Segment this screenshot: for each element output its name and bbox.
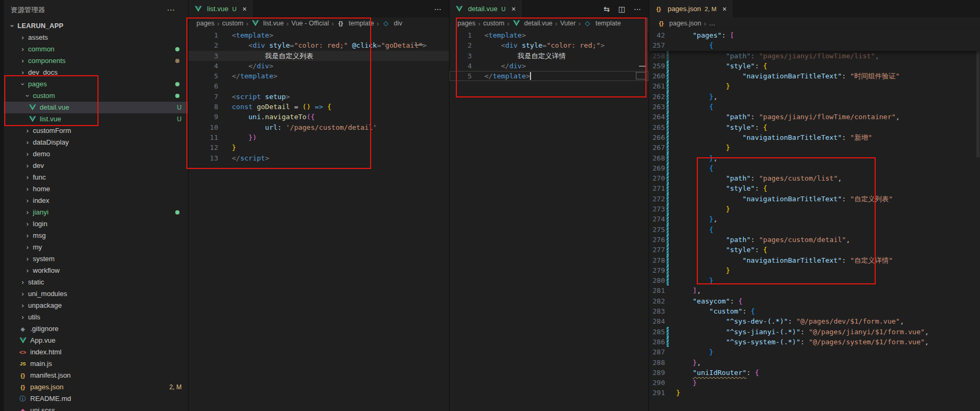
tree-item-func[interactable]: ›func: [4, 172, 188, 183]
breadcrumb-item-pages.json[interactable]: {}pages.json: [657, 20, 701, 27]
code-line-279[interactable]: 279}: [649, 265, 980, 275]
code-line-286[interactable]: 286"^sys-system-(.*)": "@/pages/system/$…: [649, 337, 980, 347]
code-line-5[interactable]: 5</template>: [188, 71, 449, 81]
code-line-267[interactable]: 267}: [649, 142, 980, 153]
tree-item-dev[interactable]: ›dev: [4, 160, 188, 172]
code-line-284[interactable]: 284"^sys-dev-(.*)": "@/pages/dev/$1/form…: [649, 316, 980, 326]
tree-root[interactable]: › LEARUN_APP: [4, 20, 188, 32]
tree-item-index[interactable]: ›index: [4, 195, 188, 207]
tree-item-workflow[interactable]: ›workflow: [4, 265, 188, 276]
tree-item-common[interactable]: ›common: [4, 43, 188, 55]
tree-item-dev_docs[interactable]: ›dev_docs: [4, 67, 188, 78]
tree-item-components[interactable]: ›components: [4, 55, 188, 67]
explorer-more-actions-icon[interactable]: ⋯: [167, 0, 175, 20]
code-line-282[interactable]: 282"easycom": {: [649, 296, 980, 306]
code-line-13[interactable]: 13</script>: [188, 153, 449, 163]
breadcrumb-item-list.vue[interactable]: list.vue: [251, 20, 284, 27]
tree-item-uni.scss[interactable]: ◆uni.scss: [4, 405, 188, 411]
code-line-12[interactable]: 12}: [188, 142, 449, 153]
tree-item-list.vue[interactable]: list.vueU: [4, 113, 188, 125]
code-line-266[interactable]: 266"navigationBarTitleText": "新增": [649, 132, 980, 142]
code-line-272[interactable]: 272"navigationBarTitleText": "自定义列表": [649, 194, 980, 204]
tree-item-login[interactable]: ›login: [4, 218, 188, 230]
tree-item-assets[interactable]: ›assets: [4, 32, 188, 43]
code-line-260[interactable]: 260"navigationBarTitleText": "时间组件验证": [649, 71, 980, 81]
code-line-9[interactable]: 9uni.navigateTo({: [188, 112, 449, 122]
breadcrumb-item-VueOfficial[interactable]: Vue - Official: [291, 20, 329, 27]
breadcrumb-item-[interactable]: …: [709, 20, 716, 27]
code-line-269[interactable]: 269{: [649, 163, 980, 173]
code-line-262[interactable]: 262},: [649, 92, 980, 102]
code-line-268[interactable]: 268},: [649, 153, 980, 163]
code-line-271[interactable]: 271"style": {: [649, 183, 980, 193]
code-editor-detail-vue[interactable]: 1<template>2<div style="color: red;">3我是…: [449, 29, 649, 81]
scrollbar[interactable]: [645, 17, 648, 81]
tree-item-App.vue[interactable]: App.vue: [4, 335, 188, 346]
code-line-285[interactable]: 285"^sys-jianyi-(.*)": "@/pages/jianyi/$…: [649, 327, 980, 337]
code-line-5[interactable]: 5</template>: [449, 71, 649, 81]
code-line-259[interactable]: 259"style": {: [649, 61, 980, 71]
code-line-280[interactable]: 280}: [649, 275, 980, 285]
tree-item-.gitignore[interactable]: ◆.gitignore: [4, 323, 188, 335]
tree-item-unpackage[interactable]: ›unpackage: [4, 300, 188, 311]
tree-item-main.js[interactable]: JSmain.js: [4, 358, 188, 370]
tree-item-msg[interactable]: ›msg: [4, 230, 188, 242]
code-line-273[interactable]: 273}: [649, 204, 980, 214]
split-icon[interactable]: ◫: [618, 5, 625, 13]
code-line-275[interactable]: 275{: [649, 225, 980, 235]
code-line-277[interactable]: 277"style": {: [649, 245, 980, 255]
code-line-8[interactable]: 8const goDetail = () => {: [188, 102, 449, 112]
compare-icon[interactable]: ⇆: [604, 5, 610, 13]
close-icon[interactable]: ×: [511, 5, 516, 13]
tree-item-pages[interactable]: ›pages: [4, 78, 188, 90]
tab-detail.vue[interactable]: detail.vueU×: [449, 0, 522, 17]
tree-item-jianyi[interactable]: ›jianyi: [4, 207, 188, 218]
tree-item-index.html[interactable]: <>index.html: [4, 346, 188, 358]
code-line-3[interactable]: 3我是自定义列表: [188, 51, 449, 61]
tree-item-customForm[interactable]: ›customForm: [4, 125, 188, 137]
tree-item-pages.json[interactable]: {}pages.json2, M: [4, 381, 188, 393]
code-line-1[interactable]: 1<template>: [188, 30, 449, 40]
code-line-7[interactable]: 7<script setup>: [188, 92, 449, 102]
tree-item-home[interactable]: ›home: [4, 183, 188, 195]
code-line-263[interactable]: 263{: [649, 102, 980, 112]
code-line-265[interactable]: 265"style": {: [649, 122, 980, 132]
close-icon[interactable]: ×: [242, 5, 247, 13]
code-line-291[interactable]: 291}: [649, 388, 980, 398]
code-line-10[interactable]: 10url: '/pages/custom/detail': [188, 122, 449, 132]
tab-list.vue[interactable]: list.vueU×: [188, 0, 253, 17]
breadcrumb-item-detail.vue[interactable]: detail.vue: [512, 20, 553, 27]
code-line-276[interactable]: 276"path": "pages/custom/detail",: [649, 235, 980, 245]
code-line-290[interactable]: 290}: [649, 378, 980, 388]
breadcrumb-item-pages[interactable]: pages: [457, 20, 475, 27]
code-line-289[interactable]: 289"uniIdRouter": {: [649, 368, 980, 378]
breadcrumb-item-pages[interactable]: pages: [196, 20, 214, 27]
tree-item-uni_modules[interactable]: ›uni_modules: [4, 288, 188, 300]
tree-item-utils[interactable]: ›utils: [4, 311, 188, 323]
tree-item-system[interactable]: ›system: [4, 253, 188, 265]
code-line-1[interactable]: 1<template>: [449, 30, 649, 40]
tree-item-static[interactable]: ›static: [4, 276, 188, 288]
breadcrumb-item-custom[interactable]: custom: [222, 20, 243, 27]
code-line-2[interactable]: 2<div style="color: red;" @click="goDeta…: [188, 40, 449, 50]
code-line-278[interactable]: 278"navigationBarTitleText": "自定义详情": [649, 255, 980, 265]
breadcrumb-item-Vuter[interactable]: Vuter: [560, 20, 576, 27]
code-line-287[interactable]: 287}: [649, 347, 980, 357]
more-icon[interactable]: ⋯: [634, 5, 641, 13]
breadcrumb-item-template[interactable]: {}template: [337, 20, 374, 27]
breadcrumb-item-div[interactable]: ◇div: [382, 20, 402, 27]
code-line-6[interactable]: 6: [188, 81, 449, 91]
code-line-261[interactable]: 261}: [649, 81, 980, 91]
code-line-288[interactable]: 288},: [649, 358, 980, 368]
code-line-274[interactable]: 274},: [649, 214, 980, 224]
code-line-4[interactable]: 4</div>: [188, 61, 449, 71]
code-editor-list-vue[interactable]: 1<template>2<div style="color: red;" @cl…: [188, 29, 449, 163]
more-icon[interactable]: ⋯: [434, 5, 442, 13]
code-line-281[interactable]: 281],: [649, 285, 980, 296]
tree-item-custom[interactable]: ›custom: [4, 90, 188, 102]
tree-item-dataDisplay[interactable]: ›dataDisplay: [4, 137, 188, 148]
code-line-4[interactable]: 4</div>: [449, 61, 649, 71]
tree-item-demo[interactable]: ›demo: [4, 148, 188, 160]
code-line-270[interactable]: 270"path": "pages/custom/list",: [649, 173, 980, 183]
tab-pages.json[interactable]: {}pages.json2, M×: [649, 0, 732, 17]
